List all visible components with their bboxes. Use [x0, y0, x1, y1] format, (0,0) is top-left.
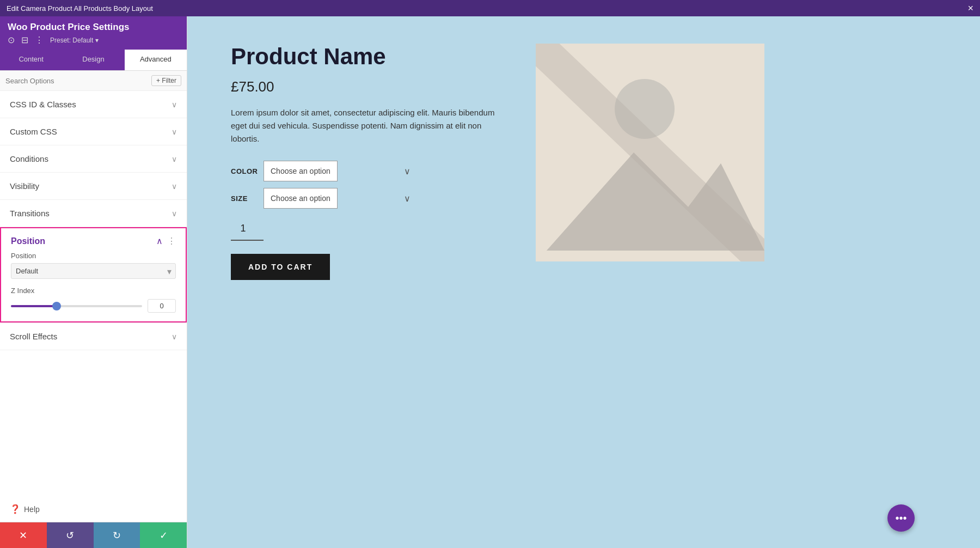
- tab-advanced[interactable]: Advanced: [125, 50, 187, 70]
- position-more-icon[interactable]: ⋮: [167, 236, 176, 246]
- position-select-wrapper: Default ▾: [11, 263, 176, 279]
- dots-icon: •••: [895, 512, 906, 525]
- section-transitions[interactable]: Transitions ∨: [0, 200, 187, 227]
- product-image: [536, 44, 764, 261]
- help-label: Help: [24, 505, 40, 514]
- help-icon: ❓: [10, 504, 21, 514]
- tabs: Content Design Advanced: [0, 50, 187, 71]
- add-to-cart-button[interactable]: ADD TO CART: [231, 254, 330, 280]
- size-select-wrapper: Choose an option ∨: [264, 188, 416, 209]
- product-name: Product Name: [231, 44, 503, 70]
- floating-menu-button[interactable]: •••: [887, 504, 915, 532]
- section-custom-css[interactable]: Custom CSS ∨: [0, 118, 187, 145]
- product-info: Product Name £75.00 Lorem ipsum dolor si…: [231, 44, 503, 280]
- sidebar: Woo Product Price Settings ⊙ ⊟ ⋮ Preset:…: [0, 16, 187, 548]
- chevron-icon: ∨: [171, 332, 177, 341]
- color-select-arrow-icon: ∨: [404, 166, 411, 176]
- search-input[interactable]: [5, 77, 151, 85]
- position-content: Position Default ▾ Z Index 0: [1, 252, 186, 321]
- section-visibility[interactable]: Visibility ∨: [0, 173, 187, 200]
- size-select[interactable]: Choose an option: [264, 188, 338, 209]
- slider-thumb[interactable]: [52, 302, 61, 310]
- position-header-icons: ∧ ⋮: [156, 236, 176, 246]
- columns-icon[interactable]: ⊟: [21, 35, 28, 45]
- conditions-label: Conditions: [10, 154, 48, 163]
- position-section: Position ∧ ⋮ Position Default ▾ Z Index: [0, 227, 187, 322]
- section-css-id[interactable]: CSS ID & Classes ∨: [0, 91, 187, 118]
- chevron-icon: ∨: [171, 127, 177, 136]
- position-title: Position: [11, 236, 45, 246]
- sidebar-header-title: Woo Product Price Settings: [8, 22, 179, 33]
- top-bar: Edit Camera Product All Products Body La…: [0, 0, 980, 16]
- slider-row: 0: [11, 299, 176, 313]
- section-conditions[interactable]: Conditions ∨: [0, 145, 187, 173]
- custom-css-label: Custom CSS: [10, 127, 57, 136]
- product-price: £75.00: [231, 78, 503, 95]
- bottom-toolbar: ✕ ↺ ↻ ✓: [0, 522, 187, 548]
- transitions-label: Transitions: [10, 209, 50, 218]
- chevron-icon: ∨: [171, 209, 177, 218]
- size-variant-row: SIZE Choose an option ∨: [231, 188, 503, 209]
- section-scroll-effects[interactable]: Scroll Effects ∨: [0, 322, 187, 350]
- position-header: Position ∧ ⋮: [1, 228, 186, 252]
- sidebar-header: Woo Product Price Settings ⊙ ⊟ ⋮ Preset:…: [0, 16, 187, 50]
- help-row[interactable]: ❓ Help: [0, 496, 187, 522]
- scroll-effects-label: Scroll Effects: [10, 332, 57, 341]
- top-bar-title: Edit Camera Product All Products Body La…: [7, 4, 153, 13]
- save-button[interactable]: ✓: [140, 522, 187, 548]
- size-label: SIZE: [231, 194, 264, 203]
- main-content: Product Name £75.00 Lorem ipsum dolor si…: [187, 16, 980, 548]
- quantity-input[interactable]: [231, 217, 264, 241]
- preset-label[interactable]: Preset: Default ▾: [50, 36, 99, 44]
- sidebar-sections: CSS ID & Classes ∨ Custom CSS ∨ Conditio…: [0, 91, 187, 496]
- chevron-icon: ∨: [171, 155, 177, 163]
- search-bar: + Filter: [0, 71, 187, 91]
- tab-content[interactable]: Content: [0, 50, 62, 70]
- undo-button[interactable]: ↺: [47, 522, 94, 548]
- sidebar-header-sub: ⊙ ⊟ ⋮ Preset: Default ▾: [8, 35, 179, 45]
- focus-icon[interactable]: ⊙: [8, 35, 15, 45]
- close-button[interactable]: ×: [967, 3, 973, 14]
- position-select[interactable]: Default: [11, 263, 176, 279]
- size-select-arrow-icon: ∨: [404, 193, 411, 204]
- color-variant-row: COLOR Choose an option ∨: [231, 161, 503, 181]
- color-label: COLOR: [231, 167, 264, 175]
- redo-button[interactable]: ↻: [94, 522, 140, 548]
- color-select[interactable]: Choose an option: [264, 161, 338, 181]
- more-icon[interactable]: ⋮: [35, 35, 44, 45]
- filter-button[interactable]: + Filter: [151, 75, 181, 86]
- css-id-label: CSS ID & Classes: [10, 100, 76, 109]
- position-field-label: Position: [11, 252, 176, 260]
- z-index-input[interactable]: 0: [148, 299, 176, 313]
- visibility-label: Visibility: [10, 181, 39, 191]
- chevron-icon: ∨: [171, 182, 177, 191]
- z-index-label: Z Index: [11, 287, 176, 295]
- cancel-button[interactable]: ✕: [0, 522, 47, 548]
- tab-design[interactable]: Design: [62, 50, 124, 70]
- product-description: Lorem ipsum dolor sit amet, consectetur …: [231, 106, 503, 145]
- chevron-icon: ∨: [171, 100, 177, 109]
- slider-track[interactable]: [11, 305, 142, 307]
- color-select-wrapper: Choose an option ∨: [264, 161, 416, 181]
- slider-fill: [11, 305, 57, 307]
- chevron-up-icon[interactable]: ∧: [156, 236, 163, 246]
